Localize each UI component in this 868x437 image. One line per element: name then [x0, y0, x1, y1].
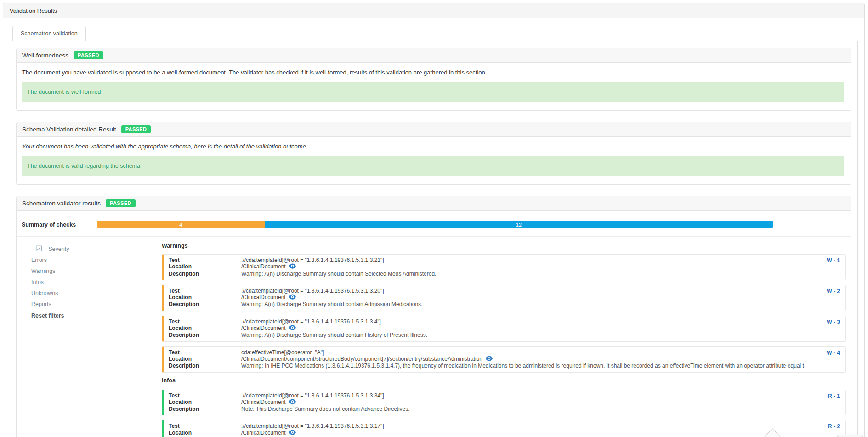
- severity-label: Severity: [48, 245, 69, 253]
- location-label: Location: [169, 263, 241, 270]
- card-row-location: Location/ClinicalDocument: [169, 325, 804, 332]
- result-ref-link[interactable]: W - 1: [827, 257, 840, 264]
- card-row-test: Test.//cda:templateId[@root = "1.3.6.1.4…: [169, 318, 804, 325]
- eye-icon[interactable]: [289, 325, 296, 332]
- status-badge: PASSED: [74, 51, 103, 59]
- description-value: Warning: In IHE PCC Medications (1.3.6.1…: [241, 363, 804, 369]
- test-value: cda:effectiveTime[@operator="A"]: [241, 349, 324, 356]
- card-row-description: DescriptionNote: This Discharge Summary …: [169, 406, 804, 412]
- test-value: .//cda:templateId[@root = "1.3.6.1.4.1.1…: [241, 318, 381, 325]
- location-value: /ClinicalDocument: [241, 399, 286, 406]
- severity-filter-sidebar: ☑ Severity ErrorsWarningsInfosUnknownsRe…: [22, 237, 162, 437]
- result-ref-link[interactable]: W - 4: [827, 350, 840, 356]
- card-row-test: Test.//cda:templateId[@root = "1.3.6.1.4…: [169, 423, 804, 429]
- summary-of-checks-row: Summary of checks 412: [17, 211, 851, 237]
- section-title: Well-formedness: [22, 52, 68, 59]
- tab-schematron-validation[interactable]: Schematron validation: [12, 26, 86, 41]
- test-label: Test: [169, 349, 241, 356]
- eye-icon[interactable]: [289, 430, 296, 437]
- panel-body: Schematron validation Well-formedness PA…: [3, 18, 864, 437]
- filter-item-warnings[interactable]: Warnings: [31, 268, 162, 275]
- card-row-location: Location/ClinicalDocument: [169, 294, 804, 301]
- location-label: Location: [169, 325, 241, 332]
- test-label: Test: [169, 423, 241, 429]
- location-label: Location: [169, 430, 241, 437]
- progress-segment-0: 4: [97, 221, 265, 228]
- location-label: Location: [169, 399, 241, 406]
- severity-checkbox-icon[interactable]: ☑: [35, 245, 42, 253]
- eye-icon[interactable]: [289, 263, 296, 270]
- description-value: Warning: A(n) Discharge Summary should c…: [241, 332, 427, 338]
- results-cards-column: WarningsTest.//cda:templateId[@root = "1…: [162, 237, 846, 437]
- test-label: Test: [169, 257, 241, 263]
- result-ref-link[interactable]: R - 2: [828, 423, 840, 430]
- status-badge: PASSED: [121, 125, 151, 133]
- status-badge: PASSED: [106, 199, 136, 207]
- result-card: Test.//cda:templateId[@root = "1.3.6.1.4…: [162, 420, 846, 437]
- section-body: Your document has been validated with th…: [17, 137, 851, 184]
- location-label: Location: [169, 294, 241, 301]
- section-schematron-results: Schematron validator results PASSED Summ…: [16, 196, 851, 437]
- section-description: The document you have validated is suppo…: [22, 69, 844, 76]
- test-label: Test: [169, 318, 241, 325]
- result-card: Test.//cda:templateId[@root = "1.3.6.1.4…: [162, 254, 846, 280]
- card-row-location: Location/ClinicalDocument: [169, 430, 804, 437]
- group-heading-infos: Infos: [162, 377, 846, 384]
- result-ref-link[interactable]: W - 3: [827, 319, 840, 325]
- result-card: Test.//cda:templateId[@root = "1.3.6.1.4…: [162, 285, 846, 311]
- description-label: Description: [169, 332, 241, 338]
- card-row-location: Location/ClinicalDocument: [169, 263, 804, 270]
- card-row-description: DescriptionWarning: A(n) Discharge Summa…: [169, 332, 804, 338]
- location-value: /ClinicalDocument/component/structuredBo…: [241, 356, 482, 363]
- group-heading-warnings: Warnings: [162, 243, 846, 250]
- card-row-test: Test.//cda:templateId[@root = "1.3.6.1.4…: [169, 288, 804, 294]
- location-value: /ClinicalDocument: [241, 430, 286, 437]
- description-value: Warning: A(n) Discharge Summary should c…: [241, 271, 436, 277]
- description-label: Description: [169, 271, 241, 277]
- section-title: Schematron validator results: [22, 200, 101, 207]
- tab-content: Well-formedness PASSED The document you …: [10, 41, 858, 437]
- reset-filters-button[interactable]: Reset filters: [31, 312, 162, 319]
- description-label: Description: [169, 363, 241, 369]
- location-value: /ClinicalDocument: [241, 294, 286, 301]
- location-value: /ClinicalDocument: [241, 325, 286, 332]
- card-row-location: Location/ClinicalDocument/component/stru…: [169, 356, 804, 363]
- card-row-location: Location/ClinicalDocument: [169, 399, 804, 406]
- eye-icon[interactable]: [289, 294, 296, 301]
- filter-item-reports[interactable]: Reports: [31, 301, 162, 308]
- result-card: Testcda:effectiveTime[@operator="A"]Loca…: [162, 346, 846, 373]
- summary-label: Summary of checks: [22, 221, 97, 228]
- filter-items: ErrorsWarningsInfosUnknownsReports: [22, 257, 162, 308]
- section-well-formedness: Well-formedness PASSED The document you …: [16, 48, 851, 111]
- location-value: /ClinicalDocument: [241, 263, 286, 270]
- test-value: .//cda:templateId[@root = "1.3.6.1.4.1.1…: [241, 288, 384, 294]
- description-label: Description: [169, 301, 241, 307]
- severity-filter-header: ☑ Severity: [35, 245, 162, 253]
- filter-item-infos[interactable]: Infos: [31, 279, 162, 286]
- section-schema-validation-heading: Schema Validation detailed Result PASSED: [17, 122, 851, 137]
- section-well-formedness-heading: Well-formedness PASSED: [17, 48, 851, 63]
- eye-icon[interactable]: [289, 399, 296, 406]
- test-value: .//cda:templateId[@root = "1.3.6.1.4.1.1…: [241, 392, 384, 399]
- section-schematron-results-heading: Schematron validator results PASSED: [17, 196, 851, 211]
- description-value: Note: This Discharge Summary does not co…: [241, 406, 410, 412]
- test-value: .//cda:templateId[@root = "1.3.6.1.4.1.1…: [241, 423, 384, 429]
- card-row-description: DescriptionWarning: In IHE PCC Medicatio…: [169, 363, 804, 369]
- section-title: Schema Validation detailed Result: [22, 126, 116, 133]
- result-ref-link[interactable]: R - 1: [828, 393, 840, 399]
- section-description: Your document has been validated with th…: [22, 143, 844, 150]
- bottom-right-widget: [837, 435, 863, 437]
- card-row-description: DescriptionWarning: A(n) Discharge Summa…: [169, 271, 804, 277]
- filter-item-errors[interactable]: Errors: [31, 257, 162, 264]
- filter-item-unknowns[interactable]: Unknowns: [31, 290, 162, 297]
- eye-icon[interactable]: [486, 356, 493, 363]
- validation-results-panel: Validation Results Schematron validation…: [3, 3, 865, 437]
- checks-progress-bar: 412: [97, 221, 773, 228]
- test-label: Test: [169, 288, 241, 294]
- progress-segment-1: 12: [265, 221, 773, 228]
- page-title: Validation Results: [3, 3, 864, 18]
- section-schema-validation: Schema Validation detailed Result PASSED…: [16, 122, 851, 185]
- success-alert: The document is valid regarding the sche…: [22, 156, 844, 176]
- description-label: Description: [169, 406, 241, 412]
- result-ref-link[interactable]: W - 2: [827, 288, 840, 295]
